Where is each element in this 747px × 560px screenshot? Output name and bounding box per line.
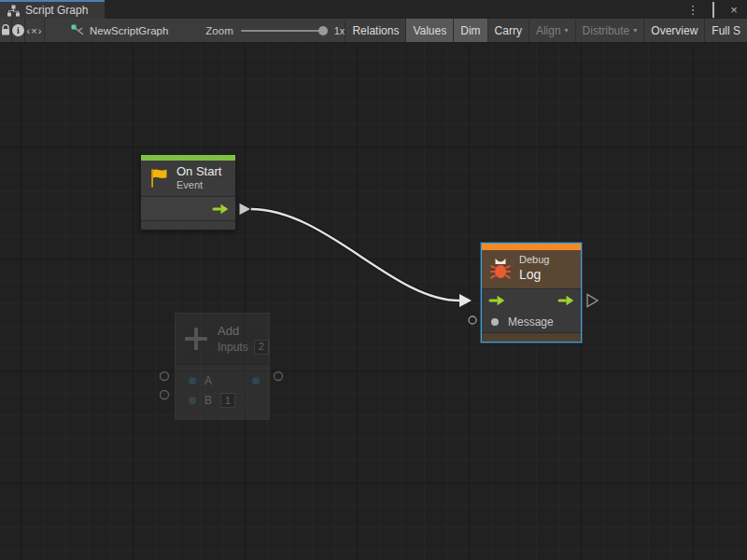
ghost-sum-output-port-circle[interactable] <box>275 372 283 381</box>
zoom-value: 1x <box>334 25 345 36</box>
ghost-b-input-port-circle[interactable] <box>161 391 169 399</box>
edit-source-button[interactable]: ‹×› <box>25 19 45 42</box>
add-ghost-body: A B 1 <box>176 364 269 419</box>
graph-icon <box>71 24 84 36</box>
chevron-down-icon: ▾ <box>565 26 569 35</box>
toolbar-button-distribute[interactable]: Distribute ▾ <box>576 19 645 42</box>
sum-output-dot[interactable] <box>252 377 260 385</box>
debug-log-message-row: Message <box>482 311 581 332</box>
ghost-a-input-port-circle[interactable] <box>161 372 169 381</box>
toolbar-button-carry[interactable]: Carry <box>488 19 529 42</box>
debug-log-category: Debug <box>519 254 549 267</box>
onstart-output-port-triangle[interactable] <box>239 203 251 216</box>
flow-input-arrow-icon[interactable] <box>488 295 505 306</box>
graph-reference-button[interactable]: NewScriptGraph <box>65 19 174 42</box>
window-controls: ⋮ × <box>685 0 747 19</box>
window-menu-button[interactable]: ⋮ <box>685 4 700 16</box>
toolbar-toggles: Relations Values Dim Carry Align ▾ Distr… <box>345 19 747 42</box>
title-bar: Script Graph ⋮ × <box>0 0 747 19</box>
node-add-ghost[interactable]: Add Inputs 2 A B 1 <box>175 313 270 420</box>
node-on-start[interactable]: On Start Event <box>140 154 236 231</box>
add-ghost-header: Add Inputs 2 <box>176 314 269 364</box>
zoom-slider-handle[interactable] <box>318 26 328 35</box>
distribute-label: Distribute <box>583 24 630 37</box>
maximize-icon <box>712 2 714 18</box>
graph-toolbar: i ‹×› NewScriptGraph Zoom 1x Relations V… <box>0 19 747 43</box>
add-ghost-inputs-count-field[interactable]: 2 <box>254 340 269 355</box>
tab-script-graph[interactable]: Script Graph <box>0 0 105 19</box>
wire-arrowhead-icon <box>459 294 472 307</box>
add-ghost-title: Add <box>218 323 269 340</box>
add-ghost-inputs-label: Inputs <box>218 341 248 355</box>
node-debug-log[interactable]: Debug Log Message <box>481 243 582 343</box>
toolbar-button-relations[interactable]: Relations <box>345 19 406 42</box>
info-icon: i <box>12 24 24 36</box>
toolbar-button-dim[interactable]: Dim <box>454 19 487 42</box>
on-start-title: On Start <box>176 164 221 179</box>
maximize-button[interactable] <box>706 4 721 16</box>
plus-icon <box>183 326 209 352</box>
port-a-dot[interactable] <box>189 377 196 385</box>
port-b-value-field[interactable]: 1 <box>220 393 235 408</box>
lock-icon <box>0 24 11 36</box>
align-label: Align <box>536 24 561 37</box>
zoom-control: Zoom 1x <box>205 19 345 42</box>
titlebar-spacer <box>105 0 685 19</box>
port-b-label: B <box>204 394 212 407</box>
debug-log-title: Log <box>519 267 549 284</box>
zoom-label: Zoom <box>205 25 233 36</box>
zoom-slider[interactable] <box>241 30 327 32</box>
chevron-down-icon: ▾ <box>633 26 637 35</box>
script-graph-window: Script Graph ⋮ × i ‹×› NewScriptGraph Zo… <box>0 0 747 560</box>
debug-log-header: Debug Log <box>482 250 581 288</box>
add-ghost-row-b: B 1 <box>176 390 269 410</box>
on-start-subtitle: Event <box>176 179 221 192</box>
on-start-body <box>141 196 235 220</box>
wire-layer <box>0 43 747 560</box>
tab-title: Script Graph <box>25 4 88 17</box>
message-port-dot[interactable] <box>491 318 499 326</box>
on-start-header: On Start Event <box>141 161 235 196</box>
on-start-footer <box>141 220 235 230</box>
toolbar-button-align[interactable]: Align ▾ <box>529 19 576 42</box>
inspect-button[interactable]: i <box>12 19 25 42</box>
debug-log-footer <box>482 332 581 342</box>
log-message-port-circle[interactable] <box>469 316 476 324</box>
message-port-label: Message <box>508 315 554 329</box>
flow-output-arrow-icon[interactable] <box>557 295 574 306</box>
flow-output-arrow-icon[interactable] <box>212 203 229 215</box>
hierarchy-icon <box>7 5 20 17</box>
bug-icon <box>489 257 512 281</box>
port-b-dot[interactable] <box>189 397 196 404</box>
graph-canvas[interactable]: On Start Event <box>0 43 747 560</box>
lock-button[interactable] <box>0 19 12 42</box>
add-ghost-row-a: A <box>176 371 269 390</box>
graph-name: NewScriptGraph <box>90 25 168 36</box>
debug-log-accent-bar <box>482 244 581 250</box>
toolbar-button-values[interactable]: Values <box>406 19 454 42</box>
flag-icon <box>148 167 169 189</box>
close-button[interactable]: × <box>726 4 741 16</box>
debug-log-flow-row <box>482 288 581 311</box>
toolbar-button-fullscreen[interactable]: Full S <box>705 19 747 42</box>
toolbar-button-overview[interactable]: Overview <box>644 19 705 42</box>
log-output-port-triangle[interactable] <box>587 295 598 307</box>
port-a-label: A <box>204 374 212 387</box>
wire-onstart-to-log[interactable] <box>250 209 459 301</box>
